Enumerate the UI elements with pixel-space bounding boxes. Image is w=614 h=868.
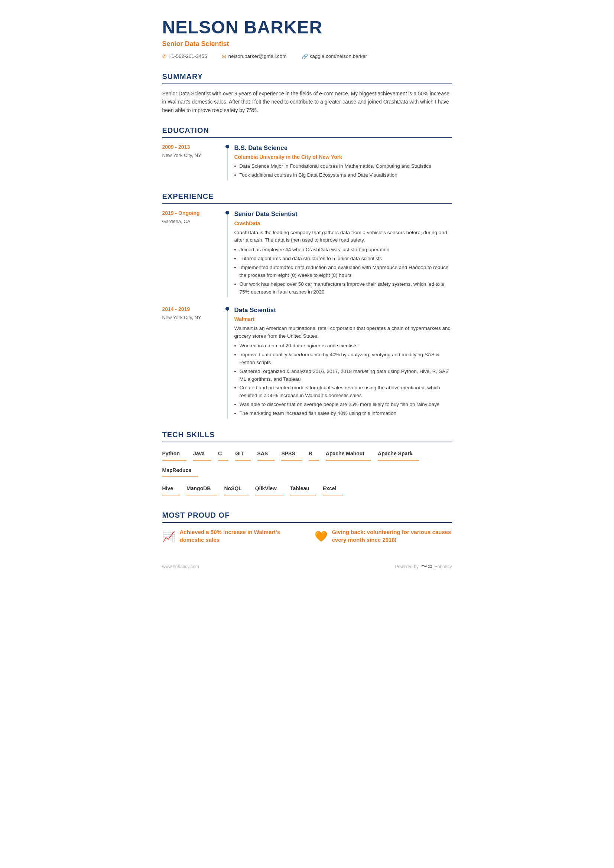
experience-entry-2: 2014 - 2019 New York City, NY Data Scien… (162, 305, 452, 418)
skills-row-2: HiveMangoDBNoSQLQlikViewTableauExcel (162, 482, 452, 499)
timeline-dot-2 (225, 307, 229, 311)
website-url: kaggle.com/nelson.barker (310, 53, 367, 60)
edu-bullet-2: Took additional courses in Big Data Ecos… (235, 172, 452, 179)
proud-text-2: Giving back: volunteering for various ca… (332, 528, 452, 544)
skill-item: Apache Spark (378, 448, 419, 460)
exp1-role: Senior Data Scientist (235, 209, 452, 219)
summary-text: Senior Data Scientist with over 9 years … (162, 90, 452, 114)
powered-by-text: Powered by (395, 563, 419, 570)
skill-item: NoSQL (224, 482, 248, 495)
website-item: 🔗 kaggle.com/nelson.barker (302, 53, 367, 60)
entry-dot-line-1 (225, 209, 229, 297)
footer-left: www.enhancv.com (162, 563, 199, 570)
proud-icon-1: 📈 (162, 529, 175, 544)
skill-item: Tableau (290, 482, 316, 495)
exp2-bullets: Worked in a team of 20 data engineers an… (235, 342, 452, 417)
phone-number: +1-562-201-3455 (169, 53, 207, 60)
exp2-role: Data Scientist (235, 305, 452, 315)
skill-item: QlikView (255, 482, 283, 495)
exp2-bullet-2: Improved data quality & performance by 4… (235, 351, 452, 367)
timeline-dot-1 (225, 211, 229, 214)
candidate-name: NELSON BARKER (162, 18, 452, 37)
exp2-bullet-6: The marketing team increased fish sales … (235, 410, 452, 417)
education-section: EDUCATION 2009 - 2013 New York City, NY … (162, 125, 452, 180)
summary-title: SUMMARY (162, 71, 452, 84)
edu-date: 2009 - 2013 (162, 143, 222, 151)
enhancv-logo-icon: 〜∞ (421, 561, 432, 572)
summary-section: SUMMARY Senior Data Scientist with over … (162, 71, 452, 114)
tech-skills-section: TECH SKILLS PythonJavaCGITSASSPSSRApache… (162, 429, 452, 499)
exp2-bullet-3: Gathered, organized & analyzed 2016, 201… (235, 368, 452, 383)
experience-section: EXPERIENCE 2019 - Ongoing Gardena, CA Se… (162, 191, 452, 418)
proud-text-1: Achieved a 50% increase in Walmart's dom… (180, 528, 300, 544)
exp1-date: 2019 - Ongoing (162, 209, 222, 217)
timeline-line (227, 149, 228, 180)
timeline-line-1 (227, 214, 228, 297)
exp1-bullet-4: Our work has helped over 50 car manufact… (235, 281, 452, 296)
exp2-company: Walmart (235, 315, 452, 323)
timeline-line-2 (227, 311, 228, 418)
exp2-desc: Walmart is an American multinational ret… (235, 325, 452, 340)
link-icon: 🔗 (302, 53, 308, 60)
entry-right-2: Data Scientist Walmart Walmart is an Ame… (235, 305, 452, 418)
experience-title: EXPERIENCE (162, 191, 452, 204)
edu-bullets: Data Science Major in Foundational cours… (235, 163, 452, 179)
skill-item: MapReduce (162, 464, 198, 477)
entry-left-2: 2014 - 2019 New York City, NY (162, 305, 225, 418)
edu-school: Columbia University in the City of New Y… (235, 153, 452, 161)
page-footer: www.enhancv.com Powered by 〜∞ Enhancv (162, 558, 452, 572)
exp1-company: CrashData (235, 220, 452, 228)
exp2-bullet-4: Created and presented models for global … (235, 384, 452, 400)
skill-item: SPSS (281, 448, 302, 460)
timeline-dot (225, 145, 229, 149)
education-title: EDUCATION (162, 125, 452, 138)
exp1-location: Gardena, CA (162, 218, 222, 225)
skill-item: C (218, 448, 229, 460)
skill-item: SAS (257, 448, 275, 460)
phone-item: ✆ +1-562-201-3455 (162, 53, 207, 60)
skill-item: Excel (323, 482, 343, 495)
exp1-bullet-1: Joined as employee #4 when CrashData was… (235, 246, 452, 254)
entry-right: B.S. Data Science Columbia University in… (235, 143, 452, 180)
skill-item: GIT (235, 448, 250, 460)
education-entry: 2009 - 2013 New York City, NY B.S. Data … (162, 143, 452, 180)
exp1-bullets: Joined as employee #4 when CrashData was… (235, 246, 452, 296)
candidate-title: Senior Data Scientist (162, 39, 452, 49)
skill-item: Python (162, 448, 187, 460)
edu-bullet-1: Data Science Major in Foundational cours… (235, 163, 452, 170)
skill-item: Java (193, 448, 211, 460)
edu-location: New York City, NY (162, 152, 222, 159)
proud-item-2: 🧡 Giving back: volunteering for various … (315, 528, 452, 544)
proud-grid: 📈 Achieved a 50% increase in Walmart's d… (162, 528, 452, 544)
exp2-bullet-5: Was able to discover that on average peo… (235, 401, 452, 409)
skills-title: TECH SKILLS (162, 429, 452, 442)
exp1-bullet-2: Tutored algorithms and data structures t… (235, 255, 452, 263)
proud-section: MOST PROUD OF 📈 Achieved a 50% increase … (162, 510, 452, 544)
entry-left: 2009 - 2013 New York City, NY (162, 143, 225, 180)
entry-right-1: Senior Data Scientist CrashData CrashDat… (235, 209, 452, 297)
experience-entry-1: 2019 - Ongoing Gardena, CA Senior Data S… (162, 209, 452, 297)
skill-item: R (309, 448, 319, 460)
skill-item: Hive (162, 482, 180, 495)
resume-header: NELSON BARKER Senior Data Scientist ✆ +1… (162, 18, 452, 60)
contact-row: ✆ +1-562-201-3455 ✉ nelson.barker@gmail.… (162, 53, 452, 60)
brand-name: Enhancv (435, 563, 452, 570)
exp2-location: New York City, NY (162, 314, 222, 321)
proud-item-1: 📈 Achieved a 50% increase in Walmart's d… (162, 528, 300, 544)
skill-item: MangoDB (187, 482, 217, 495)
exp2-bullet-1: Worked in a team of 20 data engineers an… (235, 342, 452, 350)
footer-brand: Powered by 〜∞ Enhancv (395, 561, 452, 572)
exp2-date: 2014 - 2019 (162, 305, 222, 313)
exp1-bullet-3: Implemented automated data reduction and… (235, 264, 452, 279)
proud-icon-2: 🧡 (315, 529, 328, 544)
skill-item: Apache Mahout (326, 448, 371, 460)
exp1-desc: CrashData is the leading company that ga… (235, 229, 452, 244)
email-icon: ✉ (222, 53, 226, 60)
email-address: nelson.barker@gmail.com (228, 53, 286, 60)
skills-row-1: PythonJavaCGITSASSPSSRApache MahoutApach… (162, 448, 452, 481)
entry-left-1: 2019 - Ongoing Gardena, CA (162, 209, 225, 297)
edu-degree: B.S. Data Science (235, 143, 452, 153)
entry-dot-line-2 (225, 305, 229, 418)
phone-icon: ✆ (162, 53, 167, 60)
email-item: ✉ nelson.barker@gmail.com (222, 53, 286, 60)
